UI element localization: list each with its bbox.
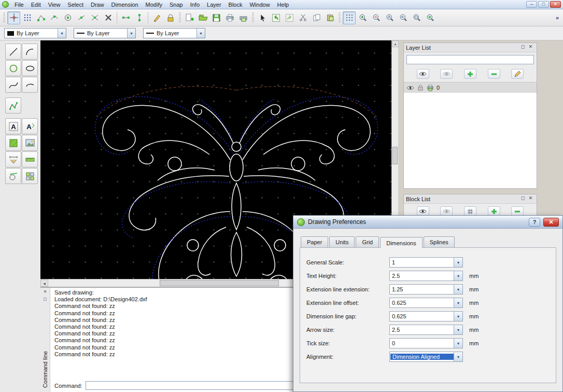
menu-modify[interactable]: Modify bbox=[142, 1, 166, 9]
zoom-in-button[interactable] bbox=[356, 11, 369, 24]
zoom-auto-button[interactable] bbox=[383, 11, 396, 24]
chevron-down-icon[interactable]: ▾ bbox=[454, 285, 462, 294]
float-panel-icon[interactable]: ◻ bbox=[519, 44, 527, 51]
dialog-help-button[interactable]: ? bbox=[529, 218, 540, 227]
zoom-previous-button[interactable] bbox=[397, 11, 410, 24]
toolbar-grip[interactable] bbox=[179, 12, 181, 23]
snap-intersection-button[interactable] bbox=[88, 11, 101, 24]
menu-window[interactable]: Window bbox=[246, 1, 273, 9]
circle-tangent-tool-button[interactable] bbox=[5, 168, 21, 184]
float-panel-icon[interactable]: ◻ bbox=[42, 296, 49, 302]
edit-layer-button[interactable] bbox=[511, 69, 524, 79]
chevron-down-icon[interactable]: ▾ bbox=[454, 258, 462, 267]
save-file-button[interactable] bbox=[210, 11, 223, 24]
copy-button[interactable] bbox=[310, 11, 323, 24]
menu-select[interactable]: Select bbox=[64, 1, 87, 9]
line-width-combo[interactable]: By Layer ▾ bbox=[74, 28, 136, 38]
color-combo[interactable]: By Layer ▾ bbox=[4, 28, 66, 38]
lock-relative-zero-button[interactable] bbox=[164, 11, 177, 24]
chevron-down-icon[interactable]: ▾ bbox=[454, 352, 462, 361]
menu-draw[interactable]: Draw bbox=[87, 1, 108, 9]
close-panel-icon[interactable]: ✕ bbox=[527, 195, 534, 202]
line-tool-button[interactable] bbox=[5, 44, 21, 60]
new-file-button[interactable] bbox=[183, 11, 196, 24]
snap-center-button[interactable] bbox=[61, 11, 74, 24]
close-panel-icon[interactable]: ✕ bbox=[527, 44, 534, 51]
minimize-button[interactable]: – bbox=[526, 1, 537, 8]
add-layer-button[interactable] bbox=[464, 69, 476, 79]
float-panel-icon[interactable]: ◻ bbox=[519, 195, 527, 202]
paste-button[interactable] bbox=[323, 11, 336, 24]
restrict-horizontal-button[interactable] bbox=[119, 11, 132, 24]
tab-grid[interactable]: Grid bbox=[356, 236, 379, 247]
redo-button[interactable] bbox=[283, 11, 296, 24]
zoom-window-button[interactable] bbox=[410, 11, 423, 24]
tab-units[interactable]: Units bbox=[329, 236, 355, 247]
text-tool-button[interactable]: A bbox=[5, 118, 21, 134]
snap-endpoint-button[interactable] bbox=[34, 11, 47, 24]
zoom-pan-button[interactable] bbox=[424, 11, 437, 24]
close-panel-icon[interactable]: ✕ bbox=[42, 289, 49, 295]
print-preview-button[interactable] bbox=[237, 11, 250, 24]
layer-filter-input[interactable] bbox=[406, 55, 534, 64]
toolbar-grip[interactable] bbox=[3, 12, 5, 23]
toolbar-grip[interactable] bbox=[252, 12, 254, 23]
block-tool-button[interactable] bbox=[22, 168, 38, 184]
menu-info[interactable]: Info bbox=[187, 1, 203, 9]
mtext-tool-button[interactable]: A bbox=[22, 118, 38, 134]
menu-dimension[interactable]: Dimension bbox=[108, 1, 142, 9]
arc-tool-button[interactable] bbox=[22, 44, 38, 60]
chevron-down-icon[interactable]: ▾ bbox=[196, 29, 205, 38]
scroll-left-icon[interactable]: ◀ bbox=[40, 279, 48, 287]
toolbar-grip[interactable] bbox=[339, 12, 341, 23]
hide-all-layers-button[interactable] bbox=[440, 69, 453, 79]
hatch-tool-button[interactable] bbox=[5, 135, 21, 151]
vertical-scroll-thumb[interactable] bbox=[392, 147, 398, 164]
image-tool-button[interactable] bbox=[22, 135, 38, 151]
chevron-down-icon[interactable]: ▾ bbox=[58, 29, 66, 38]
chevron-down-icon[interactable]: ▾ bbox=[127, 29, 135, 38]
extension-line-extension-combo[interactable]: 1.25 ▾ bbox=[389, 284, 463, 295]
dialog-title-bar[interactable]: Drawing Preferences ? ✕ bbox=[293, 216, 562, 229]
delete-selected-button[interactable] bbox=[102, 11, 115, 24]
menu-snap[interactable]: Snap bbox=[166, 1, 187, 9]
tick-size-combo[interactable]: 0 ▾ bbox=[389, 338, 463, 348]
scroll-up-icon[interactable]: ▲ bbox=[392, 40, 399, 47]
ellipse-tool-button[interactable] bbox=[22, 60, 38, 76]
cut-button[interactable] bbox=[297, 11, 309, 24]
toolbar-overflow-button[interactable]: » bbox=[553, 15, 561, 21]
layer-row[interactable]: 0 bbox=[404, 82, 537, 93]
dimension-line-gap-combo[interactable]: 0.625 ▾ bbox=[389, 311, 463, 321]
extension-line-offset-combo[interactable]: 0.625 ▾ bbox=[389, 298, 463, 308]
dimension-tool-button[interactable] bbox=[22, 151, 38, 167]
chevron-down-icon[interactable]: ▾ bbox=[454, 312, 462, 321]
tab-dimensions[interactable]: Dimensions bbox=[380, 237, 422, 248]
tab-splines[interactable]: Splines bbox=[424, 236, 455, 247]
layer-print-icon[interactable] bbox=[427, 84, 434, 91]
pen-button[interactable] bbox=[150, 11, 163, 24]
show-all-layers-button[interactable] bbox=[417, 69, 429, 79]
menu-layer[interactable]: Layer bbox=[203, 1, 225, 9]
alignment-combo[interactable]: Dimension Aligned ▾ bbox=[389, 352, 463, 362]
maximize-button[interactable]: □ bbox=[538, 1, 549, 8]
text-height-combo[interactable]: 2.5 ▾ bbox=[389, 271, 463, 281]
chevron-down-icon[interactable]: ▾ bbox=[454, 298, 462, 307]
arrow-size-combo[interactable]: 2.5 ▾ bbox=[389, 325, 463, 335]
general-scale-combo[interactable]: 1 ▾ bbox=[389, 257, 463, 268]
chevron-down-icon[interactable]: ▾ bbox=[454, 325, 462, 334]
remove-layer-button[interactable] bbox=[488, 69, 500, 79]
snap-middle-button[interactable] bbox=[75, 11, 88, 24]
chevron-down-icon[interactable]: ▾ bbox=[454, 339, 462, 348]
layer-visible-eye-icon[interactable] bbox=[406, 85, 414, 91]
zoom-out-button[interactable] bbox=[370, 11, 383, 24]
close-button[interactable]: ✕ bbox=[550, 1, 561, 8]
restrict-vertical-button[interactable] bbox=[133, 11, 146, 24]
line-type-combo[interactable]: By Layer ▾ bbox=[143, 28, 205, 38]
menu-help[interactable]: Help bbox=[274, 1, 293, 9]
spline-tool-button[interactable] bbox=[5, 77, 21, 93]
measure-tool-button[interactable] bbox=[5, 151, 21, 167]
polyline-tool-button[interactable] bbox=[5, 97, 21, 114]
menu-file[interactable]: File bbox=[11, 1, 27, 9]
undo-button[interactable] bbox=[270, 11, 283, 24]
select-point-button[interactable] bbox=[7, 11, 20, 24]
